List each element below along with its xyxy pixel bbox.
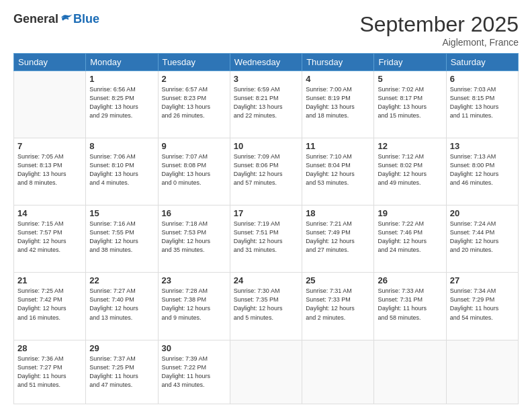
table-row: 17Sunrise: 7:19 AM Sunset: 7:51 PM Dayli… — [230, 205, 302, 273]
table-row — [230, 340, 302, 404]
table-row: 4Sunrise: 7:00 AM Sunset: 8:19 PM Daylig… — [302, 71, 374, 138]
col-tuesday: Tuesday — [158, 54, 230, 71]
day-info: Sunrise: 7:39 AM Sunset: 7:22 PM Dayligh… — [162, 355, 226, 390]
day-info: Sunrise: 7:27 AM Sunset: 7:40 PM Dayligh… — [89, 287, 154, 322]
day-info: Sunrise: 7:15 AM Sunset: 7:57 PM Dayligh… — [17, 220, 82, 255]
day-number: 5 — [378, 74, 442, 84]
day-info: Sunrise: 7:21 AM Sunset: 7:49 PM Dayligh… — [306, 220, 370, 255]
day-info: Sunrise: 7:22 AM Sunset: 7:46 PM Dayligh… — [378, 220, 442, 255]
day-number: 26 — [378, 275, 442, 285]
day-number: 21 — [17, 275, 82, 285]
table-row: 16Sunrise: 7:18 AM Sunset: 7:53 PM Dayli… — [158, 205, 230, 273]
table-row: 3Sunrise: 6:59 AM Sunset: 8:21 PM Daylig… — [230, 71, 302, 138]
day-number: 6 — [450, 74, 515, 84]
day-info: Sunrise: 7:19 AM Sunset: 7:51 PM Dayligh… — [234, 220, 298, 255]
day-info: Sunrise: 7:31 AM Sunset: 7:33 PM Dayligh… — [306, 287, 370, 322]
day-info: Sunrise: 7:25 AM Sunset: 7:42 PM Dayligh… — [17, 287, 82, 322]
day-info: Sunrise: 7:36 AM Sunset: 7:27 PM Dayligh… — [17, 355, 82, 390]
table-row: 26Sunrise: 7:33 AM Sunset: 7:31 PM Dayli… — [374, 273, 446, 340]
table-row: 22Sunrise: 7:27 AM Sunset: 7:40 PM Dayli… — [86, 273, 158, 340]
month-title: September 2025 — [359, 12, 519, 37]
table-row: 28Sunrise: 7:36 AM Sunset: 7:27 PM Dayli… — [14, 340, 86, 404]
day-number: 14 — [17, 208, 82, 218]
day-info: Sunrise: 7:13 AM Sunset: 8:00 PM Dayligh… — [450, 152, 515, 187]
day-number: 7 — [17, 141, 82, 151]
table-row — [302, 340, 374, 404]
table-row: 20Sunrise: 7:24 AM Sunset: 7:44 PM Dayli… — [446, 205, 518, 273]
day-info: Sunrise: 7:07 AM Sunset: 8:08 PM Dayligh… — [162, 152, 226, 187]
col-monday: Monday — [86, 54, 158, 71]
day-info: Sunrise: 7:03 AM Sunset: 8:15 PM Dayligh… — [450, 85, 515, 120]
calendar-header-row: Sunday Monday Tuesday Wednesday Thursday… — [14, 54, 519, 71]
day-number: 25 — [306, 275, 370, 285]
day-info: Sunrise: 7:12 AM Sunset: 8:02 PM Dayligh… — [378, 152, 442, 187]
day-number: 19 — [378, 208, 442, 218]
col-wednesday: Wednesday — [230, 54, 302, 71]
day-number: 23 — [162, 275, 226, 285]
logo: General Blue — [13, 12, 99, 26]
day-number: 4 — [306, 74, 370, 84]
table-row: 8Sunrise: 7:06 AM Sunset: 8:10 PM Daylig… — [86, 138, 158, 205]
day-number: 9 — [162, 141, 226, 151]
header: General Blue September 2025 Aiglemont, F… — [13, 12, 519, 48]
day-number: 17 — [234, 208, 298, 218]
table-row: 23Sunrise: 7:28 AM Sunset: 7:38 PM Dayli… — [158, 273, 230, 340]
day-number: 12 — [378, 141, 442, 151]
table-row: 12Sunrise: 7:12 AM Sunset: 8:02 PM Dayli… — [374, 138, 446, 205]
day-info: Sunrise: 7:16 AM Sunset: 7:55 PM Dayligh… — [89, 220, 154, 255]
day-info: Sunrise: 6:56 AM Sunset: 8:25 PM Dayligh… — [89, 85, 154, 120]
table-row: 18Sunrise: 7:21 AM Sunset: 7:49 PM Dayli… — [302, 205, 374, 273]
logo-general-text: General — [13, 12, 58, 26]
day-info: Sunrise: 7:02 AM Sunset: 8:17 PM Dayligh… — [378, 85, 442, 120]
table-row: 1Sunrise: 6:56 AM Sunset: 8:25 PM Daylig… — [86, 71, 158, 138]
day-info: Sunrise: 7:34 AM Sunset: 7:29 PM Dayligh… — [450, 287, 515, 322]
day-info: Sunrise: 6:59 AM Sunset: 8:21 PM Dayligh… — [234, 85, 298, 120]
day-info: Sunrise: 7:33 AM Sunset: 7:31 PM Dayligh… — [378, 287, 442, 322]
col-thursday: Thursday — [302, 54, 374, 71]
table-row — [446, 340, 518, 404]
table-row: 13Sunrise: 7:13 AM Sunset: 8:00 PM Dayli… — [446, 138, 518, 205]
day-info: Sunrise: 6:57 AM Sunset: 8:23 PM Dayligh… — [162, 85, 226, 120]
table-row — [14, 71, 86, 138]
day-number: 18 — [306, 208, 370, 218]
day-info: Sunrise: 7:05 AM Sunset: 8:13 PM Dayligh… — [17, 152, 82, 187]
table-row: 15Sunrise: 7:16 AM Sunset: 7:55 PM Dayli… — [86, 205, 158, 273]
table-row: 25Sunrise: 7:31 AM Sunset: 7:33 PM Dayli… — [302, 273, 374, 340]
table-row: 27Sunrise: 7:34 AM Sunset: 7:29 PM Dayli… — [446, 273, 518, 340]
day-number: 22 — [89, 275, 154, 285]
day-number: 11 — [306, 141, 370, 151]
day-info: Sunrise: 7:00 AM Sunset: 8:19 PM Dayligh… — [306, 85, 370, 120]
col-sunday: Sunday — [14, 54, 86, 71]
day-number: 27 — [450, 275, 515, 285]
page: General Blue September 2025 Aiglemont, F… — [0, 0, 532, 411]
location: Aiglemont, France — [359, 37, 519, 48]
day-number: 24 — [234, 275, 298, 285]
day-number: 16 — [162, 208, 226, 218]
table-row: 24Sunrise: 7:30 AM Sunset: 7:35 PM Dayli… — [230, 273, 302, 340]
day-number: 13 — [450, 141, 515, 151]
logo-blue-text: Blue — [73, 12, 99, 26]
table-row: 29Sunrise: 7:37 AM Sunset: 7:25 PM Dayli… — [86, 340, 158, 404]
day-number: 2 — [162, 74, 226, 84]
day-number: 10 — [234, 141, 298, 151]
calendar-table: Sunday Monday Tuesday Wednesday Thursday… — [13, 53, 519, 404]
day-info: Sunrise: 7:06 AM Sunset: 8:10 PM Dayligh… — [89, 152, 154, 187]
day-info: Sunrise: 7:10 AM Sunset: 8:04 PM Dayligh… — [306, 152, 370, 187]
day-info: Sunrise: 7:28 AM Sunset: 7:38 PM Dayligh… — [162, 287, 226, 322]
table-row: 9Sunrise: 7:07 AM Sunset: 8:08 PM Daylig… — [158, 138, 230, 205]
table-row: 30Sunrise: 7:39 AM Sunset: 7:22 PM Dayli… — [158, 340, 230, 404]
table-row: 5Sunrise: 7:02 AM Sunset: 8:17 PM Daylig… — [374, 71, 446, 138]
day-number: 3 — [234, 74, 298, 84]
table-row: 11Sunrise: 7:10 AM Sunset: 8:04 PM Dayli… — [302, 138, 374, 205]
col-friday: Friday — [374, 54, 446, 71]
day-info: Sunrise: 7:09 AM Sunset: 8:06 PM Dayligh… — [234, 152, 298, 187]
col-saturday: Saturday — [446, 54, 518, 71]
table-row: 2Sunrise: 6:57 AM Sunset: 8:23 PM Daylig… — [158, 71, 230, 138]
day-number: 8 — [89, 141, 154, 151]
table-row: 14Sunrise: 7:15 AM Sunset: 7:57 PM Dayli… — [14, 205, 86, 273]
day-number: 30 — [162, 343, 226, 353]
logo-bird-icon — [60, 13, 73, 26]
table-row: 6Sunrise: 7:03 AM Sunset: 8:15 PM Daylig… — [446, 71, 518, 138]
day-info: Sunrise: 7:24 AM Sunset: 7:44 PM Dayligh… — [450, 220, 515, 255]
day-number: 29 — [89, 343, 154, 353]
